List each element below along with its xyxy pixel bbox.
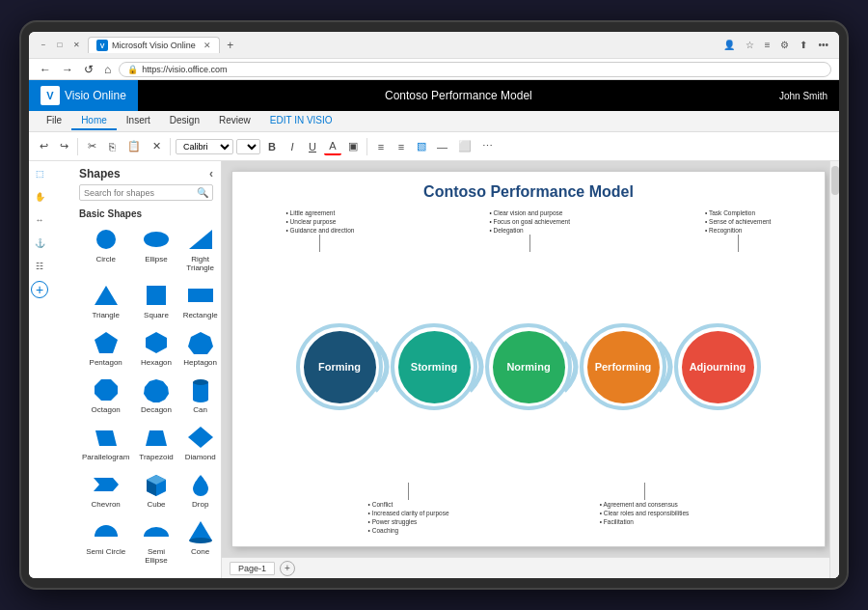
address-bar[interactable]: 🔒 https://visio.office.com (119, 62, 831, 77)
tab-design[interactable]: Design (160, 112, 209, 130)
sidebar-header: Shapes ‹ (71, 161, 221, 184)
align2-btn[interactable]: ≡ (393, 139, 410, 154)
shape-heptagon-label: Heptagon (183, 358, 217, 367)
search-icon: 🔍 (197, 187, 208, 198)
storming-bottom-line (408, 483, 409, 500)
performance-diagram: Little agreement Unclear purpose Guidanc… (244, 208, 813, 535)
menu-btn[interactable]: ≡ (762, 39, 773, 51)
more-tools-btn[interactable]: ⋯ (478, 138, 497, 154)
redo-btn[interactable]: ↪ (55, 138, 72, 154)
forming-top-bullets: Little agreement Unclear purpose Guidanc… (286, 208, 355, 235)
share-btn[interactable]: ⬆ (797, 39, 810, 51)
scroll-bar[interactable] (829, 161, 839, 578)
side-tool-3[interactable]: ↔ (31, 211, 48, 229)
minimize-btn[interactable]: − (37, 39, 50, 52)
shape-circle[interactable]: Circle (79, 223, 132, 275)
shape-cube[interactable]: Cube (136, 468, 176, 512)
sidebar-collapse-btn[interactable]: ‹ (209, 167, 213, 180)
shape-hexagon[interactable]: Hexagon (136, 326, 176, 370)
svg-marker-7 (146, 332, 167, 353)
settings-btn[interactable]: ⚙ (777, 39, 792, 51)
visio-user[interactable]: John Smith (779, 91, 839, 101)
stage-adjourning: Adjourning (674, 323, 761, 410)
shape-heptagon[interactable]: Heptagon (180, 326, 221, 370)
line-btn[interactable]: — (433, 139, 451, 154)
shape-right-triangle-label: Right Triangle (183, 255, 218, 272)
address-text: https://visio.office.com (142, 65, 227, 74)
new-tab-btn[interactable]: + (224, 39, 237, 52)
page-1-tab[interactable]: Page-1 (230, 562, 275, 575)
tab-close[interactable]: ✕ (203, 41, 211, 50)
shape-right-triangle[interactable]: Right Triangle (180, 223, 221, 275)
diagram-container[interactable]: Contoso Performance Model Little agreeme… (222, 161, 839, 557)
profile-btn[interactable]: 👤 (720, 39, 738, 51)
shape-diamond[interactable]: Diamond (180, 421, 221, 464)
tab-insert[interactable]: Insert (117, 112, 160, 130)
underline-btn[interactable]: U (304, 139, 321, 154)
adjourning-top-line (738, 235, 739, 252)
norming-bullet-1: Clear vision and purpose (489, 208, 570, 217)
close-btn[interactable]: ✕ (69, 39, 83, 52)
forming-outer-circle: Forming (296, 323, 383, 410)
tab-review[interactable]: Review (209, 112, 260, 130)
tab-edit-in-visio[interactable]: EDIT IN VISIO (260, 112, 342, 130)
shape-square[interactable]: Square (136, 279, 176, 322)
hexagon-icon (141, 329, 172, 356)
side-tool-1[interactable]: ⬚ (31, 165, 48, 182)
canvas-area: Contoso Performance Model Little agreeme… (222, 161, 839, 578)
cone-icon (185, 518, 216, 545)
star-btn[interactable]: ☆ (743, 39, 757, 51)
adjourning-top-bullets: Task Completion Sense of achievement Rec… (705, 208, 771, 235)
forward-btn[interactable]: → (59, 63, 76, 76)
back-btn[interactable]: ← (37, 63, 54, 76)
shape-parallelogram[interactable]: Parallelogram (79, 421, 132, 464)
visio-logo-area[interactable]: V Visio Online (29, 80, 138, 111)
search-shapes-input[interactable] (84, 188, 197, 198)
side-tool-2[interactable]: ✋ (31, 188, 48, 206)
delete-btn[interactable]: ✕ (148, 138, 165, 154)
stage-forming: Forming (296, 323, 383, 410)
side-tool-add[interactable]: + (31, 281, 48, 298)
font-color-btn[interactable]: A (324, 138, 341, 155)
shape-semi-ellipse[interactable]: Semi Ellipse (136, 515, 176, 568)
shape-decagon[interactable]: Decagon (136, 374, 176, 417)
shape-triangle[interactable]: Triangle (79, 279, 132, 322)
maximize-btn[interactable]: □ (53, 39, 67, 52)
shape-ellipse[interactable]: Ellipse (136, 223, 176, 275)
shape-cone[interactable]: Cone (180, 515, 221, 568)
storming-bottom-bullets: Conflict Increased clarity of purpose Po… (368, 500, 449, 535)
add-page-btn[interactable]: + (280, 561, 295, 576)
shape-btn[interactable]: ⬜ (454, 138, 475, 154)
shape-semi-circle[interactable]: Semi Circle (79, 515, 132, 568)
font-size-select[interactable]: 12 (236, 139, 260, 154)
text-highlight-btn[interactable]: ▣ (344, 138, 362, 154)
bold-btn[interactable]: B (263, 139, 281, 154)
tab-file[interactable]: File (37, 112, 71, 130)
align-btn[interactable]: ≡ (372, 139, 390, 154)
home-btn[interactable]: ⌂ (101, 63, 114, 76)
svg-marker-6 (95, 332, 118, 353)
shape-trapezoid[interactable]: Trapezoid (136, 421, 176, 464)
side-tool-4[interactable]: ⚓ (31, 235, 48, 252)
more-btn[interactable]: ••• (815, 39, 831, 51)
italic-btn[interactable]: I (284, 139, 301, 154)
shape-chevron[interactable]: Chevron (79, 468, 132, 512)
shape-can[interactable]: Can (180, 374, 221, 417)
side-tool-5[interactable]: ☷ (31, 258, 48, 275)
visio-logo-text: Visio Online (65, 89, 126, 102)
shape-rectangle[interactable]: Rectangle (180, 279, 221, 322)
tab-home[interactable]: Home (71, 112, 117, 130)
undo-btn[interactable]: ↩ (35, 138, 52, 154)
font-select[interactable]: Calibri (176, 139, 233, 154)
scroll-thumb[interactable] (831, 166, 839, 195)
shape-drop[interactable]: Drop (180, 468, 221, 512)
fill-btn[interactable]: ▧ (413, 138, 430, 154)
forming-bullet-2: Unclear purpose (286, 217, 355, 226)
paste-btn[interactable]: 📋 (123, 138, 145, 154)
copy-btn[interactable]: ⎘ (103, 139, 121, 154)
cut-btn[interactable]: ✂ (83, 138, 100, 154)
browser-tab[interactable]: V Microsoft Visio Online ✕ (88, 37, 220, 53)
refresh-btn[interactable]: ↺ (81, 63, 96, 76)
shape-pentagon[interactable]: Pentagon (79, 326, 132, 370)
shape-octagon[interactable]: Octagon (79, 374, 132, 417)
